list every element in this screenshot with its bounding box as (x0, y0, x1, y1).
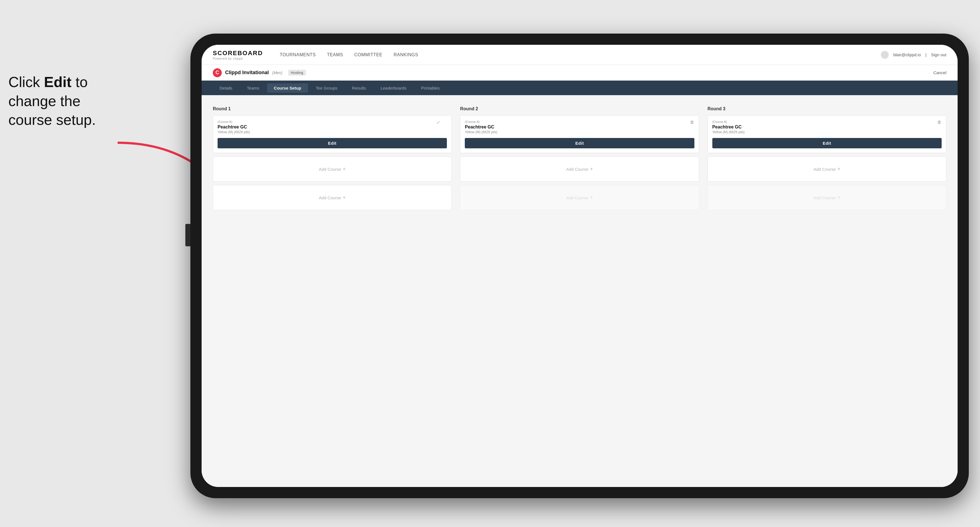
tab-results[interactable]: Results (345, 83, 373, 93)
main-content: Round 1 ⤢ (Course A) Peachtree GC Yellow… (202, 95, 958, 487)
tournament-name: Clippd Invitational (225, 70, 269, 76)
scoreboard-logo: SCOREBOARD Powered by clippd (213, 49, 263, 60)
tablet-device: SCOREBOARD Powered by clippd TOURNAMENTS… (190, 33, 969, 498)
nav-teams[interactable]: TEAMS (327, 52, 343, 57)
round-1-course-name: Peachtree GC (218, 125, 447, 130)
tab-navigation: Details Teams Course Setup Tee Groups Re… (202, 81, 958, 95)
plus-icon-2: + (343, 195, 346, 201)
round-2-add-course-label: Add Course (566, 167, 588, 171)
round-1-course-card: ⤢ (Course A) Peachtree GC Yellow (M) (66… (213, 115, 452, 153)
tournament-gender: (Men) (272, 70, 283, 75)
round-2-plus-icon-2: + (590, 195, 593, 201)
user-email: blair@clippd.io (893, 52, 921, 57)
tab-course-setup[interactable]: Course Setup (267, 83, 308, 93)
tab-printables[interactable]: Printables (414, 83, 447, 93)
round-1-add-course-1[interactable]: Add Course + (213, 156, 452, 182)
round-2-plus-icon: + (590, 166, 593, 172)
round-3-course-tag: (Course A) (712, 120, 942, 124)
round-1-add-course-2[interactable]: Add Course + (213, 185, 452, 210)
app-screen: SCOREBOARD Powered by clippd TOURNAMENTS… (202, 45, 958, 487)
round-3-course-card: 🗑 (Course A) Peachtree GC Yellow (M) (66… (708, 115, 947, 153)
logo-title: SCOREBOARD (213, 49, 263, 57)
tablet-screen: SCOREBOARD Powered by clippd TOURNAMENTS… (202, 45, 958, 487)
round-3-plus-icon: + (837, 166, 840, 172)
cancel-button[interactable]: Cancel (933, 70, 947, 75)
add-course-label-2: Add Course (319, 195, 341, 200)
round-1-course-tag: (Course A) (218, 120, 447, 124)
round-2-add-course-label-2: Add Course (566, 195, 588, 200)
round-2-course-details: Yellow (M) (6629 yds) (465, 130, 694, 134)
round-1-edit-button[interactable]: Edit (218, 138, 447, 148)
sign-out-link[interactable]: Sign out (931, 52, 947, 57)
round-2-course-tag: (Course A) (465, 120, 694, 124)
round-3-label: Round 3 (708, 106, 947, 111)
top-navigation: SCOREBOARD Powered by clippd TOURNAMENTS… (202, 45, 958, 65)
logo-subtitle: Powered by clippd (213, 57, 263, 60)
tablet-side-button (185, 224, 190, 246)
nav-rankings[interactable]: RANKINGS (394, 52, 418, 57)
round-3-add-course-1[interactable]: Add Course + (708, 156, 947, 182)
hosting-badge: Hosting (288, 70, 306, 76)
sub-header: C Clippd Invitational (Men) Hosting Canc… (202, 65, 958, 81)
nav-right: blair@clippd.io | Sign out (881, 51, 947, 59)
round-1-column: Round 1 ⤢ (Course A) Peachtree GC Yellow… (213, 106, 452, 214)
tab-tee-groups[interactable]: Tee Groups (309, 83, 344, 93)
nav-separator: | (925, 52, 926, 57)
round-3-delete-icon[interactable]: 🗑 (936, 119, 943, 125)
nav-links: TOURNAMENTS TEAMS COMMITTEE RANKINGS (280, 52, 418, 57)
round-3-plus-icon-2: + (837, 195, 840, 201)
round-2-course-name: Peachtree GC (465, 125, 694, 130)
tab-leaderboards[interactable]: Leaderboards (374, 83, 413, 93)
delete-icon[interactable]: 🗑 (689, 119, 695, 125)
round-3-course-details: Yellow (M) (6629 yds) (712, 130, 942, 134)
nav-committee[interactable]: COMMITTEE (354, 52, 382, 57)
round-3-add-course-2: Add Course + (708, 185, 947, 210)
round-2-add-course-2: Add Course + (460, 185, 699, 210)
round-3-column: Round 3 🗑 (Course A) Peachtree GC Yellow… (708, 106, 947, 214)
nav-left: SCOREBOARD Powered by clippd TOURNAMENTS… (213, 49, 418, 60)
plus-icon: + (343, 166, 346, 172)
round-2-label: Round 2 (460, 106, 699, 111)
add-course-label: Add Course (319, 167, 341, 171)
round-3-add-course-label: Add Course (813, 167, 835, 171)
clippd-logo: C (213, 68, 222, 77)
round-3-edit-button[interactable]: Edit (712, 138, 942, 148)
round-1-label: Round 1 (213, 106, 452, 111)
tab-teams[interactable]: Teams (240, 83, 266, 93)
round-3-course-name: Peachtree GC (712, 125, 942, 130)
round-2-course-card: 🗑 (Course A) Peachtree GC Yellow (M) (66… (460, 115, 699, 153)
expand-icon[interactable]: ⤢ (434, 119, 441, 125)
user-avatar (881, 51, 889, 59)
nav-tournaments[interactable]: TOURNAMENTS (280, 52, 316, 57)
round-2-column: Round 2 🗑 (Course A) Peachtree GC Yellow… (460, 106, 699, 214)
instruction-text: Click Edit tochange thecourse setup. (8, 73, 154, 130)
rounds-container: Round 1 ⤢ (Course A) Peachtree GC Yellow… (213, 106, 947, 214)
round-3-add-course-label-2: Add Course (813, 195, 835, 200)
instruction-bold: Edit (44, 74, 72, 90)
round-1-course-details: Yellow (M) (6629 yds) (218, 130, 447, 134)
tournament-info: C Clippd Invitational (Men) Hosting (213, 68, 306, 77)
tab-details[interactable]: Details (213, 83, 239, 93)
round-2-add-course-1[interactable]: Add Course + (460, 156, 699, 182)
round-2-edit-button[interactable]: Edit (465, 138, 694, 148)
